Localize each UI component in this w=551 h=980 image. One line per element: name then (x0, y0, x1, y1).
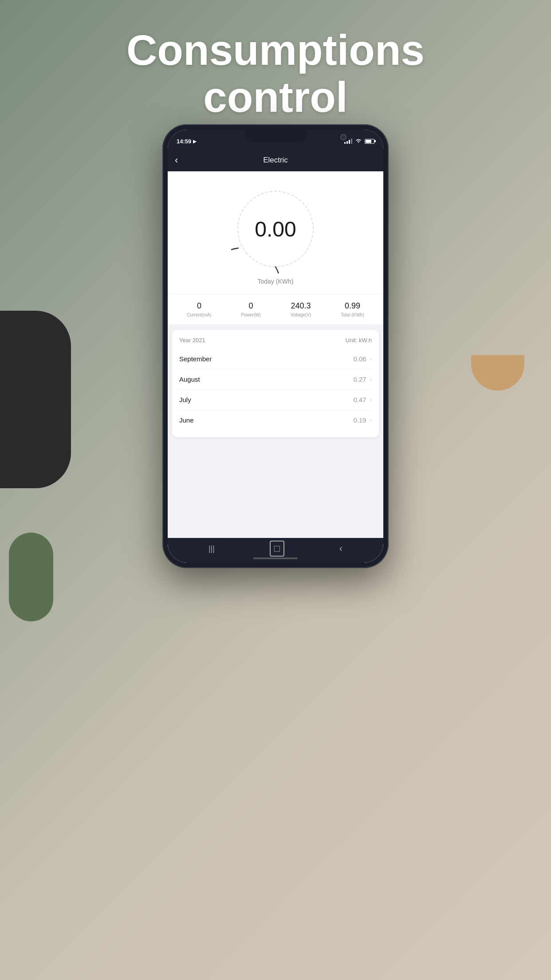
status-icons (344, 138, 374, 145)
history-row-july[interactable]: July 0.47 › (179, 390, 372, 410)
bottom-home-button[interactable]: □ (270, 541, 284, 557)
bg-sofa (0, 311, 71, 488)
month-june: June (179, 416, 194, 424)
history-row-september[interactable]: September 0.06 › (179, 349, 372, 369)
gauge-container: 0.00 (231, 185, 320, 273)
stat-total: 0.99 Total (KWh) (341, 301, 364, 317)
battery-icon (365, 139, 374, 144)
content-area: 0.00 Today (KWh) 0 Current(mA) 0 Power(W… (168, 171, 383, 563)
value-june: 0.19 (353, 416, 366, 424)
chevron-july-icon: › (370, 396, 372, 403)
month-august: August (179, 375, 200, 383)
stat-voltage: 240.3 Voltage(V) (291, 301, 311, 317)
signal-icon (344, 138, 352, 144)
month-july: July (179, 396, 191, 403)
phone-camera (341, 135, 346, 139)
gauge-value: 0.00 (255, 217, 296, 241)
bottom-back-button[interactable]: ‹ (339, 543, 342, 554)
history-card: Year 2021 Unit: kW.h September 0.06 › Au… (172, 330, 379, 437)
bg-plant (9, 533, 53, 621)
history-unit: Unit: kW.h (346, 337, 372, 344)
value-july: 0.47 (353, 396, 366, 403)
chevron-august-icon: › (370, 376, 372, 383)
page-title: Consumptions control (0, 27, 551, 120)
status-time: 14:59 ▶ (177, 138, 197, 145)
history-year: Year 2021 (179, 337, 205, 344)
gauge-label: Today (KWh) (258, 278, 294, 285)
nav-bar: ‹ Electric (168, 149, 383, 171)
back-button[interactable]: ‹ (175, 154, 178, 166)
wifi-icon (355, 138, 362, 145)
chevron-september-icon: › (370, 356, 372, 362)
chevron-june-icon: › (370, 417, 372, 423)
value-august: 0.27 (353, 375, 366, 383)
nav-title: Electric (263, 156, 288, 165)
stats-row: 0 Current(mA) 0 Power(W) 240.3 Voltage(V… (168, 294, 383, 324)
bottom-bar: ||| □ ‹ (168, 538, 383, 563)
gauge-section: 0.00 Today (KWh) (168, 171, 383, 294)
bottom-menu-button[interactable]: ||| (209, 544, 215, 553)
phone-frame: 14:59 ▶ (162, 124, 389, 568)
stat-current: 0 Current(mA) (187, 301, 211, 317)
month-september: September (179, 355, 212, 363)
history-header: Year 2021 Unit: kW.h (179, 337, 372, 344)
value-september: 0.06 (353, 355, 366, 363)
phone-notch (244, 130, 307, 142)
home-indicator (253, 557, 298, 559)
stat-power: 0 Power(W) (241, 301, 260, 317)
history-row-august[interactable]: August 0.27 › (179, 369, 372, 390)
history-row-june[interactable]: June 0.19 › (179, 410, 372, 430)
location-icon: ▶ (193, 139, 197, 144)
